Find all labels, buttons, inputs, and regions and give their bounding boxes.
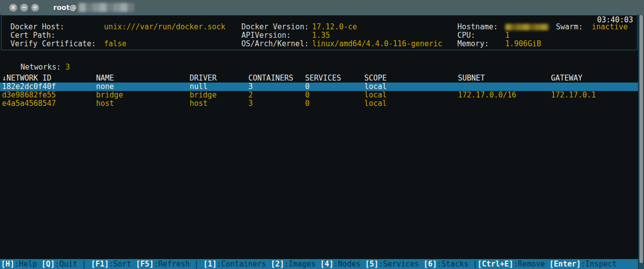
docker-host-label: Docker Host: [10, 23, 64, 31]
shortcut-images: [2]:Images [271, 260, 320, 269]
column-network-id[interactable]: ↓NETWORK ID [2, 74, 96, 83]
shortcut-nodes: [4]:Nodes [320, 260, 365, 269]
cell-gateway: 172.17.0.1 [551, 91, 639, 99]
swarm-label: Swarm: [556, 23, 583, 31]
cell-driver: host [190, 99, 248, 108]
os-arch-kernel-label: OS/Arch/Kernel: [241, 40, 309, 48]
column-name[interactable]: NAME [96, 74, 190, 83]
cell-gateway [458, 99, 551, 108]
cell-services: 0 [305, 91, 364, 99]
networks-table: ↓NETWORK ID NAME DRIVER CONTAINERS SERVI… [0, 74, 639, 108]
cell-name: none [96, 83, 190, 91]
close-icon: × [10, 4, 15, 11]
api-version-value: 1.35 [312, 31, 330, 40]
terminal-screen: 03:40:03 Docker Host: unix:///var/run/do… [0, 15, 644, 269]
table-row-selected[interactable]: 182e2dc0f40f none null 3 0 local [0, 83, 639, 91]
column-containers[interactable]: CONTAINERS [248, 74, 305, 83]
table-row[interactable]: d3e98682fe55 bridge bridge 2 0 local 172… [0, 91, 639, 99]
close-button[interactable]: × [9, 3, 17, 12]
cell-network-id: d3e98682fe55 [2, 91, 96, 99]
maximize-icon: + [32, 4, 37, 11]
networks-count: 3 [65, 63, 70, 72]
docker-host-info-panel: 03:40:03 Docker Host: unix:///var/run/do… [1, 15, 638, 50]
cert-path-label: Cert Path: [10, 31, 55, 40]
shortcut-help: [H]:Help [1, 260, 41, 269]
cell-network-id: 182e2dc0f40f [2, 83, 96, 91]
redacted-hostname-blur [79, 3, 134, 12]
cell-scope: local [364, 91, 458, 99]
docker-version-value: 17.12.0-ce [312, 23, 357, 31]
swarm-value: inactive [592, 23, 628, 31]
column-driver[interactable]: DRIVER [190, 74, 248, 83]
column-services[interactable]: SERVICES [305, 74, 364, 83]
memory-value: 1.906GiB [505, 40, 541, 48]
shortcut-services: [5]:Services [365, 260, 424, 269]
cell-services: 0 [305, 99, 364, 108]
table-row[interactable]: e4a5a4568547 host host 3 0 local [0, 99, 639, 108]
column-subnet[interactable]: SUBNET [458, 74, 551, 83]
cell-subnet [458, 83, 551, 91]
cell-scope: local [364, 99, 458, 108]
shortcut-inspect: [Enter]:Inspect [549, 260, 617, 269]
shortcut-refresh: [F5]:Refresh | [136, 260, 203, 269]
cell-name: host [96, 99, 190, 108]
cell-containers: 2 [248, 91, 305, 99]
column-scope[interactable]: SCOPE [364, 74, 458, 83]
cell-services: 0 [305, 83, 364, 91]
docker-version-label: Docker Version: [241, 23, 309, 31]
cell-scope: local [364, 83, 458, 91]
minimize-button[interactable]: − [20, 3, 28, 12]
cell-driver: bridge [190, 91, 248, 99]
cell-network-id: e4a5a4568547 [2, 99, 96, 108]
verify-certificate-label: Verify Certificate: [10, 40, 96, 48]
column-gateway[interactable]: GATEWAY [551, 74, 639, 83]
scrollbar[interactable] [638, 15, 644, 269]
cell-containers: 3 [248, 99, 305, 108]
memory-label: Memory: [457, 40, 489, 48]
cpu-label: CPU: [457, 31, 475, 40]
hostname-label: Hostname: [457, 23, 498, 31]
cell-name: bridge [96, 91, 190, 99]
networks-label: Networks: [20, 63, 65, 72]
table-header-row: ↓NETWORK ID NAME DRIVER CONTAINERS SERVI… [0, 74, 639, 83]
shortcut-remove: [Ctrl+E]:Remove [477, 260, 549, 269]
cpu-value: 1 [505, 31, 510, 40]
cell-driver: null [190, 83, 248, 91]
window-title: root@ [53, 3, 134, 12]
verify-certificate-value: false [104, 40, 126, 48]
shortcut-sort: [F1]:Sort [91, 260, 136, 269]
shortcut-containers: [1]:Containers [203, 260, 270, 269]
keybinding-statusbar: [H]:Help [Q]:Quit | [F1]:Sort [F5]:Refre… [0, 259, 638, 269]
api-version-label: APIVersion: [241, 31, 291, 40]
cell-gateway [551, 83, 639, 91]
hostname-value-redacted [505, 23, 549, 31]
window-titlebar: × − + root@ [0, 0, 644, 15]
shortcut-quit: [Q]:Quit | [41, 260, 91, 269]
os-arch-kernel-value: linux/amd64/4.4.0-116-generic [312, 40, 442, 48]
cell-subnet: 172.17.0.0/16 [458, 91, 551, 99]
sort-descending-icon: ↓ [2, 74, 6, 83]
shortcut-stacks: [6]:Stacks | [424, 260, 477, 269]
docker-host-value: unix:///var/run/docker.sock [104, 23, 225, 31]
minimize-icon: − [21, 4, 26, 11]
maximize-button[interactable]: + [31, 3, 39, 12]
cell-containers: 3 [248, 83, 305, 91]
scrollbar-thumb[interactable] [640, 15, 643, 263]
